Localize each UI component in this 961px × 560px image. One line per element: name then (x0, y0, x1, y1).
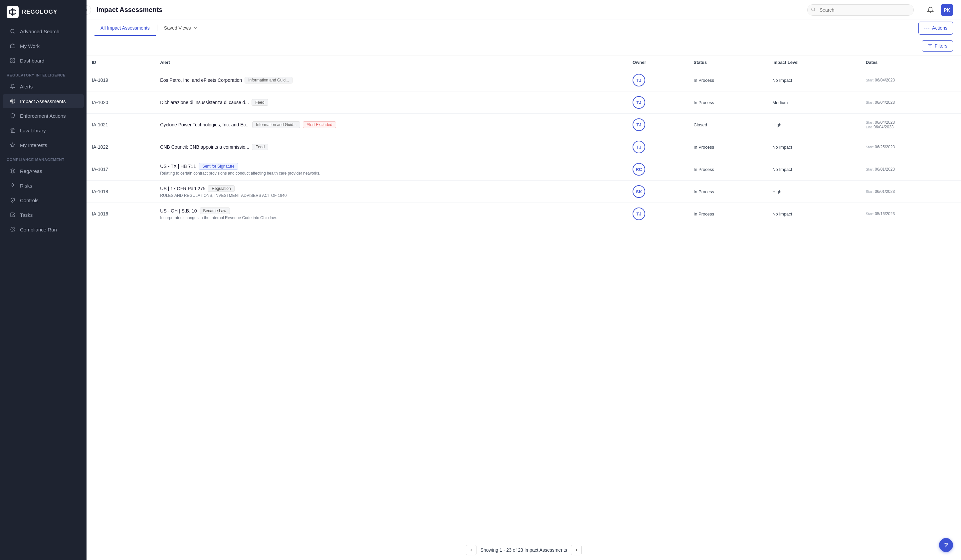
date-label: Start (866, 167, 874, 171)
sidebar-item-law-library[interactable]: Law Library (3, 124, 84, 137)
date-value: 05/16/2023 (875, 212, 895, 216)
alert-title-text: US - TX | HB 711 (160, 164, 196, 169)
tab-bar: All Impact Assessments Saved Views ··· A… (87, 20, 961, 36)
main-content: Impact Assessments PK All Impact Assessm… (87, 0, 961, 560)
notification-button[interactable] (924, 4, 936, 16)
sidebar-item-controls[interactable]: Controls (3, 193, 84, 207)
sidebar-item-enforcement-actions[interactable]: Enforcement Actions (3, 109, 84, 123)
tab-saved-views[interactable]: Saved Views (159, 22, 203, 34)
date-label: Start (866, 145, 874, 149)
owner-avatar: TJ (633, 119, 645, 131)
date-label: Start (866, 100, 874, 104)
sidebar-item-impact-assessments[interactable]: Impact Assessments (3, 94, 84, 108)
cell-impact-level: High (767, 114, 860, 136)
table-row[interactable]: IA-1017US - TX | HB 711Sent for Signatur… (87, 158, 961, 181)
sidebar-item-advanced-search[interactable]: Advanced Search (3, 24, 84, 38)
cell-alert: Cyclone Power Technologies, Inc. and Ec.… (155, 114, 627, 136)
collapse-sidebar-button[interactable] (87, 5, 91, 14)
topbar-right: PK (924, 4, 953, 16)
date-value: 06/04/2023 (875, 78, 895, 82)
owner-avatar: RC (633, 163, 645, 176)
logo-text: REGOLOGY (22, 9, 57, 15)
cell-status: In Process (688, 91, 767, 114)
cell-dates: Start06/04/2023 (860, 91, 961, 114)
alert-subtitle: Incorporates changes in the Internal Rev… (160, 215, 622, 220)
tab-divider (157, 25, 157, 31)
pagination-text: Showing 1 - 23 of 23 Impact Assessments (480, 547, 567, 553)
cell-owner: TJ (627, 69, 688, 91)
cell-owner: TJ (627, 203, 688, 225)
svg-point-12 (11, 100, 14, 103)
pagination-prev-button[interactable] (466, 545, 477, 555)
table-row[interactable]: IA-1016US - OH | S.B. 10Became LawIncorp… (87, 203, 961, 225)
table-row[interactable]: IA-1019Eos Petro, Inc. and eFleets Corpo… (87, 69, 961, 91)
sidebar-item-dashboard[interactable]: Dashboard (3, 53, 84, 67)
alert-title-text: US - OH | S.B. 10 (160, 208, 197, 213)
date-label: Start (866, 120, 874, 124)
tab-all-impact-assessments[interactable]: All Impact Assessments (95, 20, 156, 36)
date-value: 06/04/2023 (875, 120, 895, 125)
owner-avatar: TJ (633, 74, 645, 87)
cell-impact-level: High (767, 181, 860, 203)
cell-id: IA-1021 (87, 114, 155, 136)
sidebar-item-compliance-run[interactable]: Compliance Run (3, 223, 84, 236)
svg-marker-19 (11, 128, 14, 129)
svg-marker-20 (10, 143, 14, 147)
alert-title-text: CNB Council: CNB appoints a commissio... (160, 144, 249, 150)
search-input[interactable] (807, 4, 914, 16)
sidebar-item-reg-areas[interactable]: RegAreas (3, 164, 84, 178)
pagination-next-button[interactable] (571, 545, 582, 555)
star-icon (9, 142, 16, 148)
help-button[interactable]: ? (939, 538, 953, 552)
cell-dates: Start06/25/2023 (860, 136, 961, 158)
logo-area: REGOLOGY (0, 0, 87, 24)
owner-avatar: TJ (633, 96, 645, 109)
owner-avatar: TJ (633, 207, 645, 220)
section-reg-intelligence-label: REGULATORY INTELLIGENCE (0, 68, 87, 79)
alert-tag: Feed (252, 144, 268, 150)
cell-impact-level: No Impact (767, 158, 860, 181)
svg-rect-7 (11, 59, 12, 60)
search-icon (811, 7, 816, 13)
owner-avatar: SK (633, 185, 645, 198)
sidebar-item-tasks[interactable]: Tasks (3, 208, 84, 222)
table-row[interactable]: IA-1022CNB Council: CNB appoints a commi… (87, 136, 961, 158)
impact-assessments-table: ID Alert Owner Status Impact Level Dates… (87, 56, 961, 225)
briefcase-icon (9, 43, 16, 49)
target-icon (9, 98, 16, 104)
sidebar: REGOLOGY Advanced Search My Work Dashboa… (0, 0, 87, 560)
cell-alert: CNB Council: CNB appoints a commissio...… (155, 136, 627, 158)
alert-tag: Regulation (208, 185, 234, 192)
cell-alert: US | 17 CFR Part 275RegulationRULES AND … (155, 181, 627, 203)
alert-tag: Feed (252, 99, 268, 106)
sidebar-item-risks[interactable]: Risks (3, 178, 84, 193)
cell-alert: US - OH | S.B. 10Became LawIncorporates … (155, 203, 627, 225)
alert-subtitle: Relating to certain contract provisions … (160, 171, 622, 176)
alert-subtitle: RULES AND REGULATIONS, INVESTMENT ADVISE… (160, 193, 622, 198)
actions-button[interactable]: ··· Actions (918, 22, 953, 35)
svg-point-23 (812, 8, 815, 11)
shield-check-icon (9, 197, 16, 204)
alert-tag: Alert Excluded (303, 121, 336, 128)
logo-icon (6, 6, 19, 18)
sidebar-item-alerts[interactable]: Alerts (3, 79, 84, 93)
table-row[interactable]: IA-1020Dichiarazione di insussistenza di… (87, 91, 961, 114)
alert-title-text: Dichiarazione di insussistenza di cause … (160, 100, 249, 105)
table-row[interactable]: IA-1021Cyclone Power Technologies, Inc. … (87, 114, 961, 136)
cell-id: IA-1018 (87, 181, 155, 203)
cell-id: IA-1022 (87, 136, 155, 158)
cell-status: In Process (688, 158, 767, 181)
alert-title-text: Cyclone Power Technologies, Inc. and Ec.… (160, 122, 249, 127)
user-avatar-button[interactable]: PK (941, 4, 953, 16)
alert-title-text: Eos Petro, Inc. and eFleets Corporation (160, 77, 242, 83)
filter-bar: Filters (87, 36, 961, 56)
svg-point-22 (12, 229, 13, 230)
sidebar-item-my-work[interactable]: My Work (3, 39, 84, 53)
col-owner: Owner (627, 56, 688, 69)
sidebar-item-my-interests[interactable]: My Interests (3, 138, 84, 152)
page-title: Impact Assessments (96, 6, 162, 14)
col-alert: Alert (155, 56, 627, 69)
table-row[interactable]: IA-1018US | 17 CFR Part 275RegulationRUL… (87, 181, 961, 203)
filters-button[interactable]: Filters (922, 40, 953, 51)
shield-icon (9, 112, 16, 119)
